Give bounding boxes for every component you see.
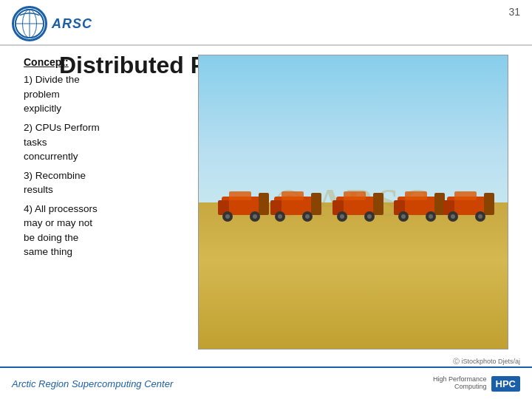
farm-scene: © ARSC	[199, 55, 508, 349]
svg-rect-15	[311, 193, 321, 215]
svg-point-18	[278, 214, 282, 219]
main-content: Concept: 1) Divide theproblemexplicitly …	[0, 50, 532, 366]
svg-point-35	[429, 214, 433, 219]
content-area: Concept: 1) Divide theproblemexplicitly …	[12, 50, 520, 354]
svg-point-27	[367, 214, 372, 219]
svg-rect-20	[282, 191, 304, 200]
harvester-5	[440, 185, 499, 225]
list-item: 4) All processorsmay or may notbe doing …	[24, 202, 186, 259]
list-item: 3) Recombineresults	[24, 168, 186, 197]
concept-label: Concept:	[24, 55, 186, 69]
item-number: 4)	[24, 203, 35, 214]
svg-rect-39	[484, 193, 494, 215]
hpc-logo-text: High PerformanceComputing	[433, 376, 487, 391]
concept-text: Concept: 1) Divide theproblemexplicitly …	[24, 55, 186, 349]
footer-right: High PerformanceComputing HPC	[433, 376, 520, 392]
arsc-logo	[12, 6, 47, 41]
svg-point-26	[340, 214, 344, 219]
header: ARSC 31	[0, 0, 532, 46]
svg-rect-12	[229, 191, 251, 200]
item-number: 1)	[24, 74, 35, 85]
footer-center-text: Arctic Region Supercomputing Center	[12, 378, 173, 389]
harvest-image: © ARSC	[198, 55, 508, 349]
svg-rect-44	[454, 191, 477, 200]
list-item: 2) CPUs Performtasksconcurrently	[24, 120, 186, 164]
svg-rect-28	[344, 191, 366, 200]
svg-point-11	[253, 214, 257, 219]
harvester-1	[214, 185, 273, 225]
harvester-3	[329, 185, 388, 225]
slide-number: 31	[508, 6, 520, 18]
logo-text: ARSC	[52, 16, 92, 32]
attribution: Ⓒ iStockphoto Djets/aj	[12, 357, 520, 366]
list-item: 1) Divide theproblemexplicitly	[24, 72, 186, 116]
item-number: 2)	[24, 122, 35, 133]
logo-area: ARSC	[12, 6, 92, 41]
item-text: All processorsmay or may notbe doing the…	[24, 203, 98, 258]
svg-point-43	[478, 214, 482, 219]
svg-point-42	[451, 214, 455, 219]
svg-point-10	[225, 214, 230, 219]
svg-point-34	[401, 214, 406, 219]
hpc-badge: HPC	[491, 376, 520, 392]
footer: Arctic Region Supercomputing Center High…	[0, 366, 532, 399]
svg-point-19	[305, 214, 310, 219]
harvester-2	[267, 185, 326, 225]
svg-rect-23	[373, 193, 383, 215]
svg-rect-36	[405, 191, 427, 200]
item-text: CPUs Performtasksconcurrently	[24, 122, 100, 162]
item-number: 3)	[24, 170, 35, 181]
